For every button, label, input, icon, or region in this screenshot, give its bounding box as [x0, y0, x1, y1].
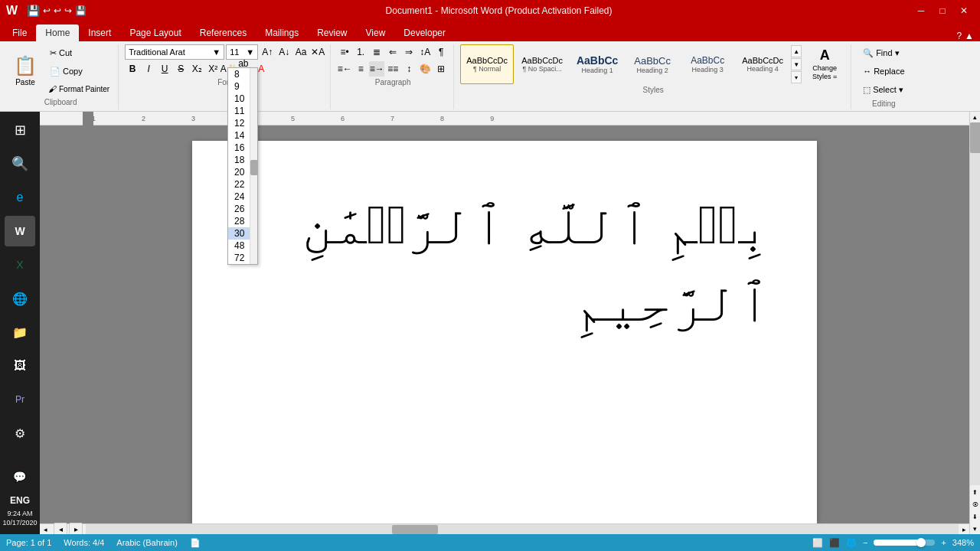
strikethrough-button[interactable]: S — [173, 61, 188, 77]
format-painter-button[interactable]: 🖌 Format Painter — [44, 81, 113, 96]
taskbar-explorer[interactable]: 📁 — [5, 317, 35, 347]
zoom-out-button[interactable]: − — [863, 538, 867, 547]
change-case-button[interactable]: Aa — [293, 44, 309, 60]
styles-scroll-up[interactable]: ▲ — [791, 45, 802, 57]
style-heading3[interactable]: AaBbCc Heading 3 — [681, 44, 734, 84]
multilevel-button[interactable]: ≣ — [369, 44, 384, 60]
style-heading4[interactable]: AaBbCcDc Heading 4 — [736, 44, 789, 84]
scroll-left-button[interactable]: ◂ — [40, 524, 51, 535]
next-page-button[interactable]: ⬇ — [972, 511, 978, 522]
align-left-button[interactable]: ≡← — [337, 61, 352, 77]
h-scroll-thumb[interactable] — [392, 525, 438, 534]
align-right-button[interactable]: ≡→ — [369, 61, 384, 77]
view-web-button[interactable]: 🌐 — [846, 538, 857, 548]
subscript-button[interactable]: X₂ — [189, 61, 204, 77]
tab-home[interactable]: Home — [36, 24, 79, 41]
copy-button[interactable]: 📄 Copy — [44, 63, 113, 80]
replace-button[interactable]: ↔ Replace — [858, 63, 910, 80]
cut-button[interactable]: ✂ Cut — [44, 44, 113, 61]
minimize-ribbon-icon[interactable]: ▲ — [965, 31, 974, 41]
taskbar-edge[interactable]: e — [5, 182, 35, 213]
h-scroll-track[interactable] — [86, 524, 959, 535]
view-fullscreen-button[interactable]: ⬛ — [829, 538, 840, 548]
quick-access-undo[interactable]: ↩ — [43, 5, 51, 16]
quick-access-undo2[interactable]: ↩ — [54, 5, 61, 16]
font-size-box[interactable]: 11 ▼ — [226, 44, 258, 60]
clipboard-group: 📋 Paste ✂ Cut 📄 Copy 🖌 Format Painter — [3, 44, 119, 109]
style-heading2[interactable]: AaBbCc Heading 2 — [626, 44, 679, 84]
decrease-indent-button[interactable]: ⇐ — [385, 44, 400, 60]
taskbar-settings[interactable]: ⚙ — [5, 418, 35, 448]
style-no-spacing[interactable]: AaBbCcDc ¶ No Spaci... — [515, 44, 569, 84]
shading-button[interactable]: 🎨 — [417, 61, 433, 77]
bottom-scrollbar[interactable]: ◂ ◂ ▸ ▸ — [40, 523, 969, 534]
increase-indent-button[interactable]: ⇒ — [401, 44, 416, 60]
zoom-level[interactable]: 348% — [952, 538, 974, 547]
maximize-button[interactable]: □ — [933, 2, 952, 19]
tab-insert[interactable]: Insert — [79, 24, 120, 41]
font-name-box[interactable]: Traditional Arat ▼ — [125, 44, 224, 60]
decrease-font-button[interactable]: A↓ — [276, 44, 292, 60]
paste-button[interactable]: 📋 Paste — [8, 51, 43, 90]
word-icon[interactable]: W — [6, 4, 18, 18]
line-spacing-button[interactable]: ↕ — [401, 61, 416, 77]
tab-page-layout[interactable]: Page Layout — [120, 24, 190, 41]
styles-scroll-down[interactable]: ▼ — [791, 58, 802, 70]
taskbar-chat[interactable]: 💬 — [5, 461, 35, 492]
style-normal[interactable]: AaBbCcDc ¶ Normal — [460, 44, 514, 84]
taskbar-photos[interactable]: 🖼 — [5, 350, 35, 381]
taskbar-pr[interactable]: Pr — [5, 384, 35, 415]
style-heading1[interactable]: AaBbCc Heading 1 — [570, 44, 624, 84]
doc-scroll-area[interactable]: 8 9 10 11 12 14 16 18 20 22 24 26 28 30 … — [40, 126, 969, 523]
quick-access-save[interactable]: 💾 — [27, 5, 40, 17]
increase-font-button[interactable]: A↑ — [260, 44, 275, 60]
zoom-in-button[interactable]: + — [941, 538, 946, 547]
prev-page-button[interactable]: ⬆ — [972, 487, 978, 497]
sort-button[interactable]: ↕A — [417, 44, 433, 60]
border-button[interactable]: ⊞ — [433, 61, 449, 77]
align-center-button[interactable]: ≡ — [353, 61, 368, 77]
show-hide-button[interactable]: ¶ — [433, 44, 449, 60]
scroll-down-button[interactable]: ▾ — [970, 523, 980, 534]
select-button[interactable]: ⬚ Select ▾ — [858, 81, 910, 98]
taskbar-search[interactable]: 🔍 — [5, 148, 35, 179]
taskbar-chrome[interactable]: 🌐 — [5, 283, 35, 314]
help-icon[interactable]: ? — [956, 31, 962, 41]
taskbar-start[interactable]: ⊞ — [5, 115, 35, 145]
styles-scroll-more[interactable]: ▾ — [791, 71, 802, 83]
scrollbar-track[interactable] — [970, 122, 980, 485]
tab-review[interactable]: Review — [308, 24, 356, 41]
bullets-button[interactable]: ≡• — [337, 44, 352, 60]
scroll-up-button[interactable]: ▴ — [970, 112, 980, 122]
underline-button[interactable]: U — [157, 61, 172, 77]
justify-button[interactable]: ≡≡ — [385, 61, 400, 77]
zoom-slider[interactable] — [874, 540, 935, 546]
document-page[interactable]: بِسۡمِ ٱللَّهِ ٱلرَّحۡمَٰنِ ٱلرَّحِيمِ — [192, 141, 817, 523]
taskbar-excel[interactable]: X — [5, 249, 35, 280]
italic-button[interactable]: I — [141, 61, 156, 77]
tab-view[interactable]: View — [357, 24, 395, 41]
minimize-button[interactable]: ─ — [911, 2, 931, 19]
tab-file[interactable]: File — [3, 24, 36, 41]
nav-right-button[interactable]: ▸ — [69, 523, 83, 535]
view-print-button[interactable]: ⬜ — [812, 538, 823, 548]
change-styles-button[interactable]: A ChangeStyles = — [803, 44, 846, 84]
tab-developer[interactable]: Developer — [394, 24, 455, 41]
numbering-button[interactable]: 1. — [353, 44, 368, 60]
tab-references[interactable]: References — [191, 24, 256, 41]
superscript-button[interactable]: X² — [205, 61, 220, 77]
scroll-right-button[interactable]: ▸ — [959, 524, 969, 535]
quick-access-save2[interactable]: 💾 — [75, 5, 87, 16]
clear-format-button[interactable]: ✕A — [310, 44, 325, 60]
tab-mailings[interactable]: Mailings — [256, 24, 308, 41]
zoom-thumb[interactable] — [916, 538, 926, 547]
nav-left-button[interactable]: ◂ — [54, 523, 67, 535]
scrollbar-thumb[interactable] — [970, 122, 980, 153]
close-button[interactable]: ✕ — [954, 2, 974, 19]
taskbar-word[interactable]: W — [5, 216, 35, 246]
dropdown-scrollbar[interactable] — [250, 126, 257, 264]
find-button[interactable]: 🔍 Find ▾ — [858, 44, 910, 61]
page-target-button[interactable]: ⦿ — [972, 499, 978, 510]
quick-access-redo[interactable]: ↩ — [64, 5, 72, 16]
bold-button[interactable]: B — [125, 61, 140, 77]
